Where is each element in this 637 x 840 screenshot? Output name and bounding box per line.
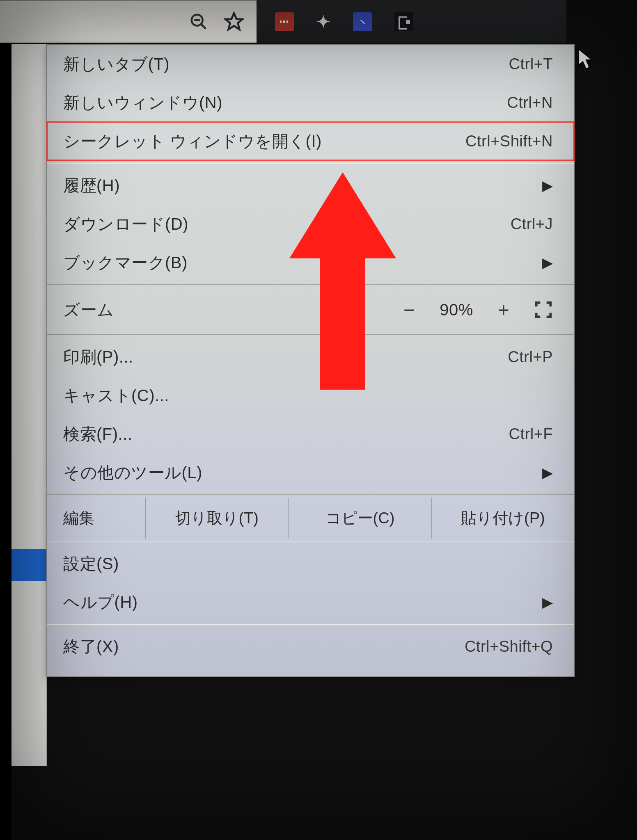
menu-shortcut: Ctrl+P — [508, 348, 553, 366]
extension-icon-1[interactable] — [275, 12, 294, 31]
menu-shortcut: Ctrl+J — [511, 215, 553, 233]
menu-label: キャスト(C)... — [63, 384, 169, 407]
submenu-arrow-icon: ▶ — [542, 177, 553, 194]
menu-item-more-tools[interactable]: その他のツール(L) ▶ — [47, 453, 574, 492]
menu-separator — [47, 494, 574, 495]
submenu-arrow-icon: ▶ — [542, 464, 553, 481]
chrome-main-menu: 新しいタブ(T) Ctrl+T 新しいウィンドウ(N) Ctrl+N シークレッ… — [46, 44, 575, 677]
menu-separator — [47, 624, 574, 625]
menu-label: 新しいタブ(T) — [63, 53, 170, 75]
menu-label: ヘルプ(H) — [63, 591, 138, 614]
edit-paste-button[interactable]: 貼り付け(P) — [431, 498, 574, 539]
zoom-out-icon[interactable] — [189, 12, 208, 31]
menu-item-incognito[interactable]: シークレット ウィンドウを開く(I) Ctrl+Shift+N — [47, 122, 574, 160]
menu-label: 検索(F)... — [63, 423, 132, 445]
menu-separator — [47, 284, 574, 285]
zoom-in-button[interactable]: + — [485, 299, 522, 321]
screen-edge-black — [0, 0, 11, 840]
bookmark-star-icon[interactable] — [224, 11, 244, 32]
svg-marker-3 — [225, 13, 243, 30]
zoom-out-button[interactable]: − — [391, 299, 428, 321]
menu-item-find[interactable]: 検索(F)... Ctrl+F — [47, 415, 574, 453]
menu-item-new-window[interactable]: 新しいウィンドウ(N) Ctrl+N — [47, 83, 574, 122]
menu-shortcut: Ctrl+Shift+N — [465, 132, 553, 150]
address-bar-segment — [0, 0, 257, 43]
menu-label: その他のツール(L) — [63, 461, 202, 484]
extension-icon-3[interactable] — [353, 12, 372, 31]
page-left-sliver — [11, 44, 47, 766]
browser-toolbar: ✦ — [0, 0, 566, 43]
menu-label: ダウンロード(D) — [63, 213, 188, 235]
menu-item-cast[interactable]: キャスト(C)... — [47, 376, 574, 415]
menu-separator — [47, 334, 574, 335]
menu-label: 編集 — [47, 508, 145, 529]
menu-label: 履歴(H) — [63, 174, 120, 197]
cursor-icon — [578, 48, 594, 74]
menu-label: 終了(X) — [63, 635, 119, 658]
menu-divider — [528, 297, 528, 322]
menu-label: 印刷(P)... — [63, 346, 133, 368]
zoom-value: 90% — [428, 301, 485, 319]
menu-label: シークレット ウィンドウを開く(I) — [63, 130, 322, 153]
edit-cut-button[interactable]: 切り取り(T) — [145, 498, 288, 539]
menu-label: 設定(S) — [63, 552, 119, 575]
menu-item-downloads[interactable]: ダウンロード(D) Ctrl+J — [47, 205, 574, 243]
menu-shortcut: Ctrl+F — [509, 425, 553, 443]
toolbar-extensions: ✦ — [257, 0, 566, 43]
menu-item-print[interactable]: 印刷(P)... Ctrl+P — [47, 338, 574, 376]
extension-icon-4[interactable] — [394, 12, 413, 31]
menu-item-bookmarks[interactable]: ブックマーク(B) ▶ — [47, 243, 574, 282]
menu-shortcut: Ctrl+T — [509, 55, 553, 73]
menu-item-new-tab[interactable]: 新しいタブ(T) Ctrl+T — [47, 45, 574, 83]
menu-item-settings[interactable]: 設定(S) — [47, 544, 574, 583]
menu-item-edit: 編集 切り取り(T) コピー(C) 貼り付け(P) — [47, 498, 574, 539]
edit-copy-button[interactable]: コピー(C) — [288, 498, 431, 539]
menu-separator — [47, 163, 574, 164]
menu-label: ズーム — [63, 299, 114, 321]
submenu-arrow-icon: ▶ — [542, 594, 553, 610]
menu-shortcut: Ctrl+N — [507, 94, 553, 112]
submenu-arrow-icon: ▶ — [542, 254, 553, 271]
menu-item-exit[interactable]: 終了(X) Ctrl+Shift+Q — [47, 627, 574, 666]
page-selected-item — [11, 549, 46, 581]
menu-label: ブックマーク(B) — [63, 251, 188, 274]
menu-label: 新しいウィンドウ(N) — [63, 91, 222, 114]
menu-separator — [47, 541, 574, 542]
menu-item-zoom: ズーム − 90% + — [47, 288, 574, 332]
menu-item-help[interactable]: ヘルプ(H) ▶ — [47, 583, 574, 621]
svg-line-1 — [201, 24, 206, 29]
menu-item-history[interactable]: 履歴(H) ▶ — [47, 166, 574, 205]
fullscreen-icon[interactable] — [534, 300, 553, 319]
menu-shortcut: Ctrl+Shift+Q — [465, 638, 553, 655]
extension-icon-2[interactable]: ✦ — [316, 12, 330, 31]
